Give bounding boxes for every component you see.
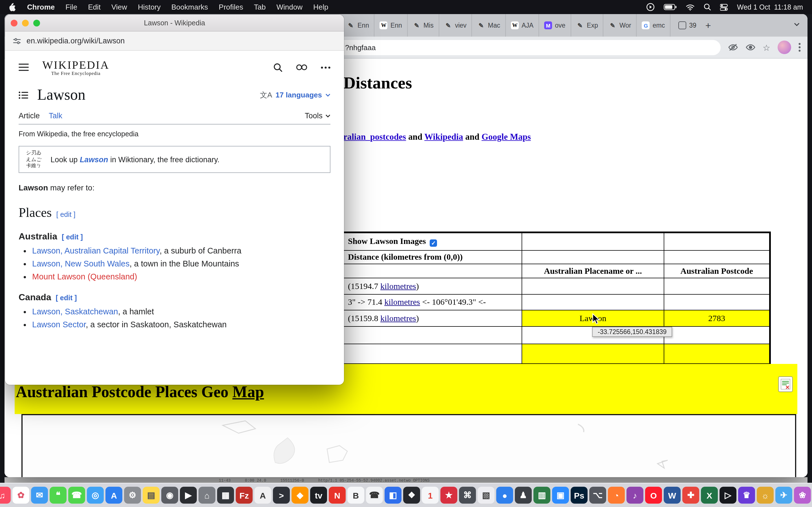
- account-icon[interactable]: [296, 64, 307, 70]
- menu-app-name[interactable]: Chrome: [27, 3, 55, 11]
- dock-icon-excel[interactable]: X: [701, 487, 718, 504]
- dock-icon-chess[interactable]: ♟: [515, 487, 532, 504]
- postcodes-link[interactable]: ralian_postcodes: [343, 132, 406, 142]
- dock-icon-travel[interactable]: ✈: [775, 487, 792, 504]
- dock-icon-numbers[interactable]: ▥: [534, 487, 550, 504]
- browser-tab[interactable]: ✎Mac: [472, 14, 506, 37]
- map-link[interactable]: Map: [232, 383, 264, 400]
- dock-icon-calendar[interactable]: 1: [422, 487, 439, 504]
- dock-icon-safari[interactable]: ◎: [87, 487, 104, 504]
- eye-off-icon[interactable]: [728, 43, 738, 51]
- browser-tab[interactable]: WAJA: [506, 14, 539, 37]
- menubar-clock[interactable]: Wed 1 Oct 11:18 am: [737, 3, 803, 11]
- tune-icon[interactable]: [13, 38, 21, 44]
- browser-tab[interactable]: ✎Wor: [604, 14, 637, 37]
- dock-icon-firefox[interactable]: ◆: [292, 487, 308, 504]
- lawson-sector-link[interactable]: Lawson Sector: [32, 320, 86, 329]
- tools-menu[interactable]: Tools: [305, 112, 331, 120]
- dock-icon-app-plus[interactable]: ✚: [682, 487, 699, 504]
- dock-icon-notes[interactable]: ▤: [143, 487, 160, 504]
- dock-icon-bbedit[interactable]: B: [347, 487, 364, 504]
- toc-icon[interactable]: [18, 91, 28, 99]
- menu-item-profiles[interactable]: Profiles: [219, 3, 243, 11]
- dock-icon-photos[interactable]: ✿: [12, 487, 29, 504]
- search-icon[interactable]: [273, 63, 283, 72]
- browser-menu-kebab-icon[interactable]: [799, 43, 801, 52]
- dock-icon-browser[interactable]: ●: [496, 487, 513, 504]
- dock-icon-calculator[interactable]: ▦: [217, 487, 234, 504]
- dock-icon-app-purple[interactable]: ♛: [738, 487, 755, 504]
- lawson-act-link[interactable]: Lawson, Australian Capital Territory: [32, 246, 160, 255]
- dock-icon-app-star[interactable]: ★: [441, 487, 457, 504]
- menu-item-window[interactable]: Window: [276, 3, 303, 11]
- dock-icon-preview[interactable]: ▧: [477, 487, 495, 504]
- dock-icon-dropbox[interactable]: ◧: [385, 487, 402, 504]
- wikipedia-link[interactable]: Wikipedia: [424, 132, 463, 142]
- notes-page-icon[interactable]: [778, 376, 793, 392]
- placename-input-cell[interactable]: [522, 344, 664, 364]
- dock-icon-photoshop[interactable]: Ps: [571, 487, 588, 504]
- dock-icon-keyboard[interactable]: ⌘: [459, 487, 476, 504]
- dock-icon-mail[interactable]: ✉: [31, 487, 48, 504]
- menu-item-bookmarks[interactable]: Bookmarks: [171, 3, 208, 11]
- tab-article[interactable]: Article: [18, 112, 40, 120]
- kilometres-link[interactable]: kilometres: [380, 314, 416, 323]
- lawson-nsw-link[interactable]: Lawson, New South Wales: [32, 259, 130, 268]
- dock-icon-photo-booth[interactable]: ◉: [161, 487, 178, 504]
- show-images-checkbox[interactable]: ✓: [430, 239, 437, 247]
- menu-item-file[interactable]: File: [65, 3, 77, 11]
- dock-icon-news[interactable]: N: [329, 487, 346, 504]
- menu-item-history[interactable]: History: [138, 3, 161, 11]
- dock-icon-podcasts[interactable]: ♪: [626, 487, 644, 504]
- dock-icon-messages[interactable]: ❝: [50, 487, 66, 504]
- dock-icon-app-flower[interactable]: ❀: [794, 487, 811, 504]
- browser-tab[interactable]: ✎viev: [439, 14, 472, 37]
- dock-icon-terminal[interactable]: >: [273, 487, 290, 504]
- window-url-bar[interactable]: en.wikipedia.org/wiki/Lawson: [5, 32, 344, 51]
- browser-tab[interactable]: ✎Exp: [571, 14, 604, 37]
- menu-item-tab[interactable]: Tab: [254, 3, 266, 11]
- bookmark-star-icon[interactable]: ☆: [763, 43, 770, 52]
- control-center-icon[interactable]: [720, 4, 728, 10]
- new-tab-button[interactable]: +: [705, 20, 711, 30]
- dock-icon-system-settings[interactable]: ⚙: [124, 487, 141, 504]
- lawson-sask-link[interactable]: Lawson, Saskatchewan: [32, 307, 118, 316]
- eye-icon[interactable]: [745, 43, 755, 51]
- dock-icon-tv[interactable]: tv: [310, 487, 327, 504]
- dock-icon-player[interactable]: ▷: [719, 487, 737, 504]
- dock-icon-zoom[interactable]: ▣: [552, 487, 569, 504]
- dock-icon-phone[interactable]: ☎: [366, 487, 383, 504]
- battery-icon[interactable]: [664, 4, 677, 10]
- dock-icon-app-sun[interactable]: ☼: [757, 487, 774, 504]
- dock-icon-filezilla[interactable]: Fz: [236, 487, 253, 504]
- browser-tab[interactable]: WEnn: [375, 14, 408, 37]
- browser-tab[interactable]: Gemc: [637, 14, 670, 37]
- dock-icon-home[interactable]: ⌂: [199, 487, 215, 504]
- edit-link[interactable]: [ edit ]: [56, 294, 77, 302]
- mount-lawson-link[interactable]: Mount Lawson (Queensland): [32, 272, 137, 281]
- dock-icon-quicktime[interactable]: ▶: [180, 487, 197, 504]
- edit-link[interactable]: [ edit ]: [62, 233, 83, 241]
- wiktionary-lawson-link[interactable]: Lawson: [80, 155, 108, 164]
- hamburger-menu-icon[interactable]: [18, 64, 29, 71]
- wikipedia-logo[interactable]: WIKIPEDIA The Free Encyclopedia: [42, 59, 109, 76]
- dock-icon-app-orange[interactable]: ◔: [608, 487, 625, 504]
- menu-item-edit[interactable]: Edit: [88, 3, 101, 11]
- tab-talk[interactable]: Talk: [49, 112, 62, 120]
- postcode-cell[interactable]: 2783: [664, 310, 770, 327]
- spotlight-icon[interactable]: [704, 3, 711, 11]
- dock-icon-app-dark[interactable]: ❖: [403, 487, 420, 504]
- dock-icon-app-opt[interactable]: ⌥: [589, 487, 606, 504]
- more-menu-icon[interactable]: [321, 66, 331, 68]
- tab-list-chevron-icon[interactable]: [794, 22, 800, 26]
- apple-menu-icon[interactable]: [9, 3, 16, 11]
- tab-counter[interactable]: 39: [678, 21, 696, 29]
- kilometres-link[interactable]: kilometres: [380, 281, 416, 290]
- map-area[interactable]: [21, 414, 796, 477]
- window-title-bar[interactable]: Lawson - Wikipedia: [5, 15, 344, 32]
- google-maps-link[interactable]: Google Maps: [481, 132, 531, 142]
- menu-item-view[interactable]: View: [111, 3, 127, 11]
- kilometres-link[interactable]: kilometres: [384, 297, 420, 306]
- browser-tab[interactable]: ✎Enn: [342, 14, 375, 37]
- screen-record-icon[interactable]: [646, 3, 655, 11]
